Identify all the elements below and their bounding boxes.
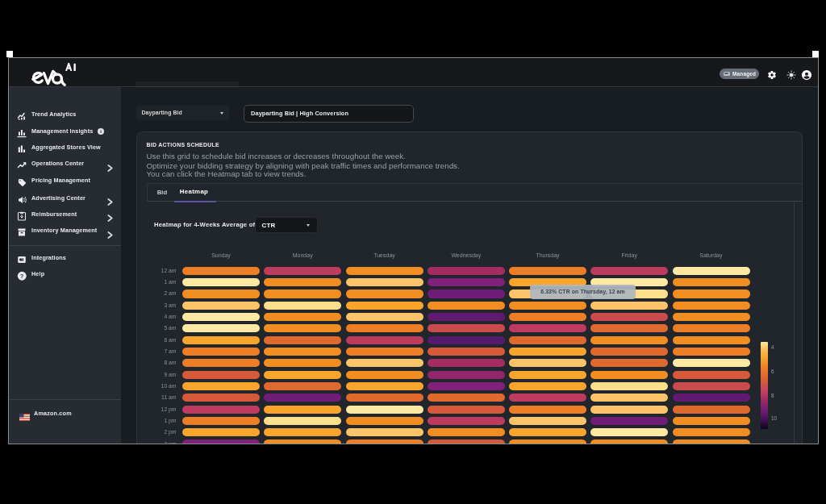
svg-text:?: ? [20, 273, 23, 278]
